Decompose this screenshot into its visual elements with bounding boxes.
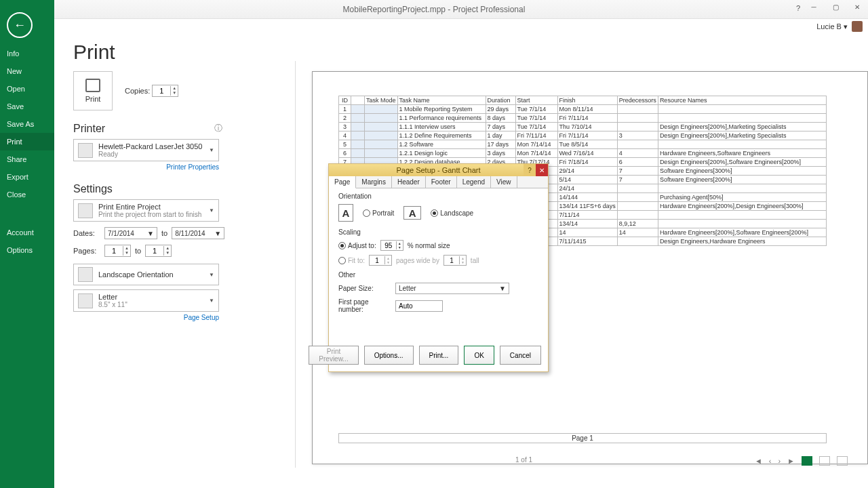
landscape-radio[interactable]: Landscape	[431, 209, 473, 217]
fit-to-radio[interactable]: Fit to:	[338, 257, 365, 264]
user-name[interactable]: Lucie B ▾	[816, 22, 848, 31]
preview-nav: ◄ ‹ › ►	[755, 456, 848, 466]
print-settings-pane: Print Copies: ▲▼ Printerⓘ Hewlett-Packar…	[73, 71, 277, 321]
pages-row: Pages: ▲▼ to ▲▼	[73, 245, 277, 257]
copies-input[interactable]	[153, 85, 170, 96]
first-page-label: First page number:	[338, 298, 390, 313]
first-page-input[interactable]	[395, 300, 443, 312]
dialog-help-button[interactable]: ?	[524, 164, 536, 176]
printer-name: Hewlett-Packard LaserJet 3050	[98, 142, 203, 150]
page-to-label: to	[135, 247, 141, 255]
adjust-to-radio[interactable]: Adjust to:	[338, 242, 376, 249]
scope-icon	[78, 203, 93, 218]
chevron-down-icon: ▼	[209, 147, 214, 153]
adjust-value-spinner[interactable]: ▲▼	[380, 240, 403, 251]
dialog-buttons: Print Preview... Options... Print... OK …	[329, 342, 548, 371]
scaling-heading: Scaling	[338, 228, 538, 236]
fit-wide-spinner[interactable]: ▲▼	[369, 255, 392, 266]
page-setup-link[interactable]: Page Setup	[73, 314, 219, 321]
orientation-heading: Orientation	[338, 192, 538, 200]
sidebar-item-info[interactable]: Info	[0, 45, 54, 62]
maximize-button[interactable]: ▢	[825, 0, 846, 14]
printer-dropdown[interactable]: Hewlett-Packard LaserJet 3050 Ready ▼	[73, 139, 219, 161]
sidebar-item-share[interactable]: Share	[0, 150, 54, 168]
window-controls: ─ ▢ ✕	[803, 0, 868, 14]
zoom-page-icon[interactable]	[819, 456, 830, 466]
tab-margins[interactable]: Margins	[356, 176, 392, 188]
settings-heading: Settings	[73, 183, 277, 195]
portrait-radio[interactable]: Portrait	[363, 209, 394, 217]
paper-size-select[interactable]: Letter▼	[395, 283, 509, 294]
sidebar-item-account[interactable]: Account	[0, 224, 54, 241]
dates-row: Dates: 7/1/2014▼ to 8/11/2014▼	[73, 227, 277, 239]
dates-label: Dates:	[73, 229, 100, 237]
sidebar-item-open[interactable]: Open	[0, 80, 54, 98]
orientation-icon	[78, 267, 93, 282]
page-to-spinner[interactable]: ▲▼	[145, 245, 172, 257]
paper-sub: 8.5" x 11"	[98, 301, 203, 308]
fit-tall-label: tall	[471, 257, 479, 264]
sidebar-item-save[interactable]: Save	[0, 98, 54, 115]
ok-button[interactable]: OK	[464, 346, 494, 365]
preview-page-footer: Page 1	[338, 433, 827, 443]
page-count: 1 of 1	[515, 456, 532, 464]
page-title: Print	[73, 41, 868, 64]
date-to[interactable]: 8/11/2014▼	[172, 227, 224, 239]
dialog-title: Page Setup - Gantt Chart	[396, 166, 480, 174]
paper-main: Letter	[98, 293, 203, 301]
first-page-icon[interactable]: ◄	[755, 457, 762, 465]
zoom-multi-icon[interactable]	[837, 456, 848, 466]
cancel-button[interactable]: Cancel	[500, 346, 541, 365]
tab-page[interactable]: Page	[329, 176, 356, 188]
vertical-separator	[295, 61, 296, 468]
dialog-print-button[interactable]: Print...	[419, 346, 459, 365]
page-from-spinner[interactable]: ▲▼	[104, 245, 131, 257]
options-button[interactable]: Options...	[364, 346, 414, 365]
paper-size-label: Paper Size:	[338, 285, 390, 292]
titlebar: MobileReportingProject.mpp - Project Pro…	[0, 0, 868, 19]
tab-footer[interactable]: Footer	[426, 176, 457, 188]
chevron-down-icon: ▼	[209, 298, 214, 304]
prev-page-icon[interactable]: ‹	[769, 457, 772, 465]
tab-legend[interactable]: Legend	[457, 176, 491, 188]
to-label: to	[161, 229, 167, 237]
minimize-button[interactable]: ─	[803, 0, 825, 14]
copies-label: Copies:	[125, 87, 150, 95]
sidebar-item-new[interactable]: New	[0, 62, 54, 80]
user-row: Lucie B ▾	[0, 19, 868, 34]
zoom-fit-icon[interactable]	[802, 456, 812, 466]
date-from[interactable]: 7/1/2014▼	[104, 227, 157, 239]
dialog-tabs: Page Margins Header Footer Legend View	[329, 176, 548, 188]
help-icon[interactable]: ?	[796, 4, 800, 12]
back-button[interactable]: ←	[7, 12, 33, 38]
paper-icon	[78, 293, 93, 308]
tab-view[interactable]: View	[491, 176, 517, 188]
other-heading: Other	[338, 271, 538, 279]
chevron-down-icon: ▼	[209, 272, 214, 278]
paper-dropdown[interactable]: Letter 8.5" x 11" ▼	[73, 289, 219, 312]
sidebar-item-export[interactable]: Export	[0, 168, 54, 186]
sidebar-item-options[interactable]: Options	[0, 241, 54, 259]
portrait-icon: A	[338, 204, 353, 222]
next-page-icon[interactable]: ›	[778, 457, 781, 465]
sidebar-item-close[interactable]: Close	[0, 186, 54, 203]
print-preview-button[interactable]: Print Preview...	[309, 346, 358, 365]
sidebar-item-saveas[interactable]: Save As	[0, 115, 54, 133]
normal-size-label: % normal size	[408, 242, 450, 249]
last-page-icon[interactable]: ►	[787, 457, 795, 465]
fit-tall-spinner[interactable]: ▲▼	[443, 255, 467, 266]
tab-header[interactable]: Header	[392, 176, 426, 188]
print-scope-dropdown[interactable]: Print Entire Project Print the project f…	[73, 199, 219, 222]
printer-icon	[85, 79, 100, 92]
printer-properties-link[interactable]: Printer Properties	[73, 163, 219, 171]
printer-heading: Printerⓘ	[73, 123, 277, 135]
avatar[interactable]	[852, 21, 863, 32]
sidebar-item-print[interactable]: Print	[0, 133, 54, 150]
gear-icon[interactable]: ⓘ	[214, 123, 222, 134]
close-button[interactable]: ✕	[846, 0, 868, 14]
page-setup-dialog: Page Setup - Gantt Chart ? ✕ Page Margin…	[328, 163, 549, 372]
dialog-close-button[interactable]: ✕	[536, 164, 548, 176]
copies-spinner[interactable]: ▲▼	[152, 85, 178, 97]
orientation-dropdown[interactable]: Landscape Orientation ▼	[73, 264, 219, 285]
print-button[interactable]: Print	[73, 71, 113, 110]
